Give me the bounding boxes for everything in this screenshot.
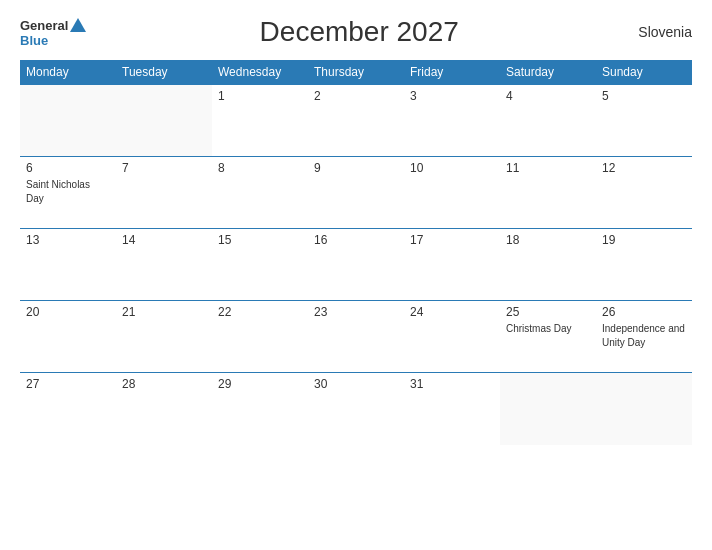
calendar-week-row: 13141516171819 [20, 229, 692, 301]
table-row: 8 [212, 157, 308, 229]
day-number: 9 [314, 161, 398, 175]
col-monday: Monday [20, 60, 116, 85]
table-row: 15 [212, 229, 308, 301]
table-row: 4 [500, 85, 596, 157]
day-number: 27 [26, 377, 110, 391]
calendar-week-row: 202122232425Christmas Day26Independence … [20, 301, 692, 373]
table-row: 24 [404, 301, 500, 373]
table-row: 10 [404, 157, 500, 229]
table-row: 22 [212, 301, 308, 373]
day-number: 7 [122, 161, 206, 175]
table-row: 1 [212, 85, 308, 157]
holiday-label: Christmas Day [506, 323, 572, 334]
logo-triangle-icon [70, 18, 86, 32]
table-row: 25Christmas Day [500, 301, 596, 373]
day-number: 20 [26, 305, 110, 319]
table-row [20, 85, 116, 157]
table-row: 13 [20, 229, 116, 301]
table-row: 21 [116, 301, 212, 373]
logo: General Blue [20, 18, 86, 47]
day-number: 2 [314, 89, 398, 103]
calendar-week-row: 12345 [20, 85, 692, 157]
table-row: 19 [596, 229, 692, 301]
col-tuesday: Tuesday [116, 60, 212, 85]
day-number: 31 [410, 377, 494, 391]
day-number: 25 [506, 305, 590, 319]
day-number: 14 [122, 233, 206, 247]
day-number: 22 [218, 305, 302, 319]
day-number: 26 [602, 305, 686, 319]
day-number: 11 [506, 161, 590, 175]
day-number: 17 [410, 233, 494, 247]
day-number: 24 [410, 305, 494, 319]
day-number: 30 [314, 377, 398, 391]
calendar-header-row: Monday Tuesday Wednesday Thursday Friday… [20, 60, 692, 85]
day-number: 16 [314, 233, 398, 247]
country-label: Slovenia [632, 24, 692, 40]
table-row: 20 [20, 301, 116, 373]
table-row: 31 [404, 373, 500, 445]
col-wednesday: Wednesday [212, 60, 308, 85]
table-row: 29 [212, 373, 308, 445]
table-row: 27 [20, 373, 116, 445]
table-row [500, 373, 596, 445]
logo-general-text: General [20, 19, 68, 32]
day-number: 6 [26, 161, 110, 175]
table-row: 16 [308, 229, 404, 301]
day-number: 18 [506, 233, 590, 247]
table-row [116, 85, 212, 157]
col-friday: Friday [404, 60, 500, 85]
table-row: 23 [308, 301, 404, 373]
calendar-week-row: 2728293031 [20, 373, 692, 445]
table-row: 7 [116, 157, 212, 229]
col-saturday: Saturday [500, 60, 596, 85]
day-number: 5 [602, 89, 686, 103]
table-row: 30 [308, 373, 404, 445]
table-row: 5 [596, 85, 692, 157]
table-row: 14 [116, 229, 212, 301]
table-row: 17 [404, 229, 500, 301]
header: General Blue December 2027 Slovenia [20, 16, 692, 48]
day-number: 23 [314, 305, 398, 319]
day-number: 15 [218, 233, 302, 247]
day-number: 21 [122, 305, 206, 319]
table-row: 3 [404, 85, 500, 157]
holiday-label: Independence and Unity Day [602, 323, 685, 348]
calendar-page: General Blue December 2027 Slovenia Mond… [0, 0, 712, 550]
logo-blue-text: Blue [20, 34, 86, 47]
day-number: 3 [410, 89, 494, 103]
table-row: 18 [500, 229, 596, 301]
day-number: 29 [218, 377, 302, 391]
col-thursday: Thursday [308, 60, 404, 85]
table-row [596, 373, 692, 445]
day-number: 12 [602, 161, 686, 175]
day-number: 13 [26, 233, 110, 247]
table-row: 11 [500, 157, 596, 229]
day-number: 1 [218, 89, 302, 103]
holiday-label: Saint Nicholas Day [26, 179, 90, 204]
table-row: 6Saint Nicholas Day [20, 157, 116, 229]
col-sunday: Sunday [596, 60, 692, 85]
table-row: 9 [308, 157, 404, 229]
day-number: 8 [218, 161, 302, 175]
table-row: 26Independence and Unity Day [596, 301, 692, 373]
table-row: 2 [308, 85, 404, 157]
table-row: 28 [116, 373, 212, 445]
table-row: 12 [596, 157, 692, 229]
page-title: December 2027 [86, 16, 632, 48]
day-number: 19 [602, 233, 686, 247]
day-number: 10 [410, 161, 494, 175]
calendar-table: Monday Tuesday Wednesday Thursday Friday… [20, 60, 692, 445]
day-number: 28 [122, 377, 206, 391]
day-number: 4 [506, 89, 590, 103]
calendar-week-row: 6Saint Nicholas Day789101112 [20, 157, 692, 229]
